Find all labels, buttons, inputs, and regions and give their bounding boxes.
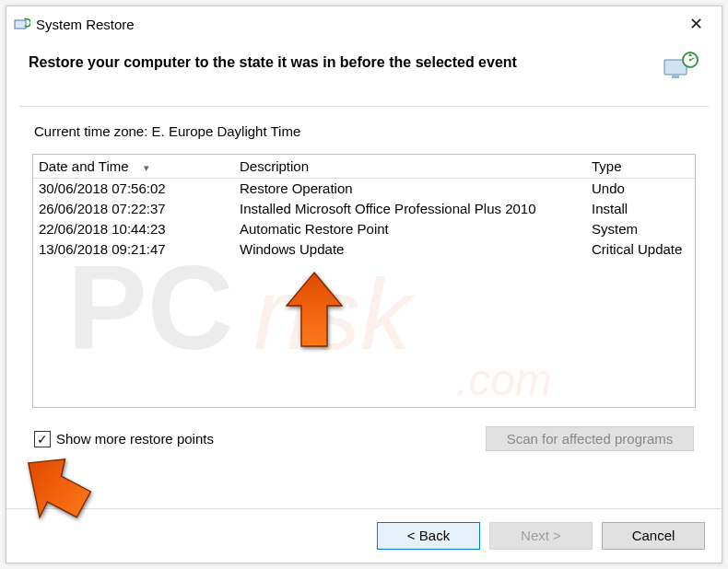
show-more-label: Show more restore points xyxy=(56,431,214,447)
system-restore-icon xyxy=(14,16,30,32)
cell-date: 26/06/2018 07:22:37 xyxy=(33,199,234,219)
column-description[interactable]: Description xyxy=(234,155,586,178)
column-date[interactable]: Date and Time ▾ xyxy=(33,155,234,178)
lower-controls: ✓ Show more restore points Scan for affe… xyxy=(32,426,696,451)
cell-type: System xyxy=(586,219,695,239)
cell-date: 13/06/2018 09:21:47 xyxy=(33,239,234,260)
cancel-button[interactable]: Cancel xyxy=(602,522,705,550)
system-restore-window: System Restore ✕ Restore your computer t… xyxy=(6,6,722,563)
sort-desc-icon: ▾ xyxy=(144,156,149,180)
cell-description: Automatic Restore Point xyxy=(234,219,586,239)
close-button[interactable]: ✕ xyxy=(675,14,716,34)
header: Restore your computer to the state it wa… xyxy=(6,41,722,95)
svg-rect-0 xyxy=(15,20,26,29)
table-row[interactable]: 13/06/2018 09:21:47Windows UpdateCritica… xyxy=(33,239,695,260)
timezone-label: Current time zone: E. Europe Daylight Ti… xyxy=(34,123,696,139)
column-date-label: Date and Time xyxy=(39,158,129,174)
cell-description: Windows Update xyxy=(234,239,586,260)
show-more-checkbox[interactable]: ✓ Show more restore points xyxy=(34,431,214,447)
table-body: 30/06/2018 07:56:02Restore OperationUndo… xyxy=(33,179,695,260)
cell-date: 30/06/2018 07:56:02 xyxy=(33,179,234,199)
table-header: Date and Time ▾ Description Type xyxy=(33,155,695,179)
titlebar: System Restore ✕ xyxy=(6,6,722,41)
table-row[interactable]: 26/06/2018 07:22:37Installed Microsoft O… xyxy=(33,199,695,219)
restore-decor-icon xyxy=(663,51,699,82)
content-area: Current time zone: E. Europe Daylight Ti… xyxy=(19,106,709,508)
next-button: Next > xyxy=(489,522,593,550)
cell-type: Critical Update xyxy=(586,239,695,260)
cell-date: 22/06/2018 10:44:23 xyxy=(33,219,234,239)
window-title: System Restore xyxy=(36,17,675,32)
svg-rect-2 xyxy=(672,75,679,78)
cell-description: Restore Operation xyxy=(234,179,586,199)
table-row[interactable]: 30/06/2018 07:56:02Restore OperationUndo xyxy=(33,179,695,199)
column-type[interactable]: Type xyxy=(586,155,695,178)
restore-point-table[interactable]: Date and Time ▾ Description Type 30/06/2… xyxy=(32,154,696,408)
cell-type: Install xyxy=(586,199,695,219)
checkbox-icon: ✓ xyxy=(34,431,51,447)
table-row[interactable]: 22/06/2018 10:44:23Automatic Restore Poi… xyxy=(33,219,695,239)
cell-type: Undo xyxy=(586,179,695,199)
wizard-footer: < Back Next > Cancel xyxy=(6,508,722,563)
scan-affected-button[interactable]: Scan for affected programs xyxy=(486,426,694,451)
cell-description: Installed Microsoft Office Professional … xyxy=(234,199,586,219)
back-button[interactable]: < Back xyxy=(377,522,480,550)
page-title: Restore your computer to the state it wa… xyxy=(29,54,655,71)
